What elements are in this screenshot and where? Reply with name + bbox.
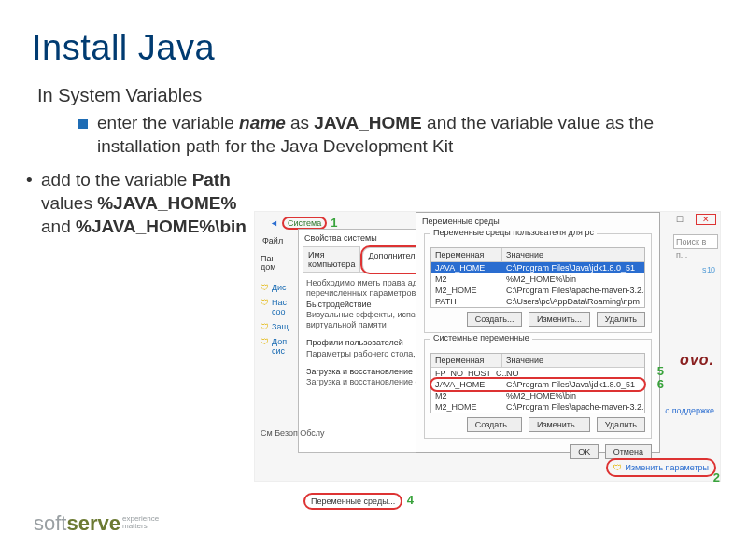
shield-icon: 🛡: [261, 283, 269, 292]
tab-computer-name[interactable]: Имя компьютера: [303, 246, 360, 272]
change-settings-button[interactable]: 🛡 Изменить параметры: [608, 460, 714, 475]
system-link[interactable]: Система: [282, 217, 327, 230]
bullet-level2: enter the variable name as JAVA_HOME and…: [78, 112, 715, 158]
bullet-secondary: add to the variable Path values %JAVA_HO…: [32, 169, 247, 238]
maximize-icon[interactable]: ☐: [669, 215, 690, 224]
table-row[interactable]: M2%M2_HOME%\bin: [431, 273, 644, 285]
table-row[interactable]: M2%M2_HOME%\bin: [431, 390, 644, 401]
shield-icon: 🛡: [261, 322, 269, 331]
support-link[interactable]: о поддержке: [665, 406, 714, 415]
shield-icon: 🛡: [613, 463, 622, 472]
callout-2: 2: [713, 470, 720, 484]
new-button[interactable]: Создать...: [467, 417, 523, 432]
control-panel-home[interactable]: Пан дом: [261, 255, 287, 272]
sidebar-links: 🛡Дис 🛡Нас соо 🛡Защ 🛡Доп сис: [261, 283, 290, 361]
back-icon[interactable]: ◄: [270, 218, 278, 228]
cancel-button[interactable]: Отмена: [605, 444, 652, 459]
delete-button[interactable]: Удалить: [597, 312, 645, 327]
screenshot-region: — ☐ ✕ Поиск в п... ◄ Система 1 Файл Пан …: [254, 211, 721, 482]
user-vars-table[interactable]: ПеременнаяЗначение JAVA_HOMEC:\Program F…: [430, 247, 645, 308]
callout-1: 1: [331, 216, 337, 230]
bullet-level1: In System Variables: [37, 85, 715, 106]
system-vars-legend: Системные переменные: [430, 333, 532, 343]
table-row[interactable]: M2_HOMEC:\Program Files\apache-maven-3.2…: [431, 401, 644, 413]
callout-6: 6: [657, 377, 664, 391]
table-row[interactable]: PATHC:\Users\pc\AppData\Roaming\npm: [431, 296, 644, 307]
environment-variables-dialog: Переменные среды Переменные среды пользо…: [416, 212, 660, 453]
softserve-logo: softserveexperiencematters: [34, 511, 159, 536]
table-row[interactable]: FP_NO_HOST_C...NO: [431, 368, 644, 379]
callout-5: 5: [657, 364, 664, 378]
system-vars-table[interactable]: ПеременнаяЗначение FP_NO_HOST_C...NO JAV…: [430, 353, 645, 413]
bottom-labels: См Безоп Обслу: [261, 428, 325, 438]
table-row[interactable]: M2_HOMEC:\Program Files\apache-maven-3.2…: [431, 285, 644, 296]
close-icon[interactable]: ✕: [696, 214, 716, 225]
windows10-logo: s 10: [702, 249, 714, 279]
shield-icon: 🛡: [261, 298, 269, 316]
user-vars-legend: Переменные среды пользователя для pc: [430, 228, 597, 237]
delete-button[interactable]: Удалить: [597, 417, 645, 432]
shield-icon: 🛡: [261, 337, 269, 356]
slide-title: Install Java: [32, 28, 715, 68]
edit-button[interactable]: Изменить...: [529, 417, 590, 432]
lenovo-logo: ovo.: [680, 352, 714, 369]
callout-4: 4: [407, 493, 414, 507]
table-row[interactable]: JAVA_HOMEC:\Program Files\Java\jdk1.8.0_…: [431, 262, 644, 273]
env-vars-button[interactable]: Переменные среды...: [305, 495, 401, 508]
edit-button[interactable]: Изменить...: [529, 312, 590, 327]
new-button[interactable]: Создать...: [467, 312, 523, 327]
menu-file[interactable]: Файл: [262, 236, 283, 245]
table-row[interactable]: JAVA_HOMEC:\Program Files\Java\jdk1.8.0_…: [431, 379, 644, 390]
search-input[interactable]: Поиск в п...: [673, 234, 718, 249]
ok-button[interactable]: OK: [570, 444, 599, 459]
